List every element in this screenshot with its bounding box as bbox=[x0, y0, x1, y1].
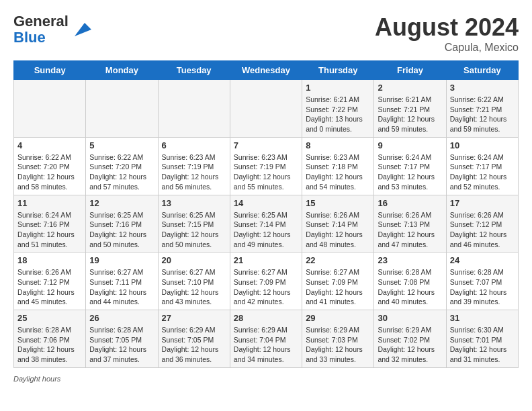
day-cell: 10Sunrise: 6:24 AMSunset: 7:17 PMDayligh… bbox=[446, 137, 518, 195]
day-cell: 31Sunrise: 6:30 AMSunset: 7:01 PMDayligh… bbox=[446, 310, 518, 368]
day-number: 18 bbox=[17, 255, 82, 265]
calendar-table: SundayMondayTuesdayWednesdayThursdayFrid… bbox=[13, 60, 519, 368]
day-cell: 3Sunrise: 6:22 AMSunset: 7:21 PMDaylight… bbox=[446, 80, 518, 138]
day-cell: 17Sunrise: 6:26 AMSunset: 7:12 PMDayligh… bbox=[446, 195, 518, 253]
day-info: Sunrise: 6:29 AMSunset: 7:02 PMDaylight:… bbox=[378, 325, 442, 365]
footer-note: Daylight hours bbox=[13, 375, 60, 383]
day-cell: 30Sunrise: 6:29 AMSunset: 7:02 PMDayligh… bbox=[374, 310, 446, 368]
header-cell-wednesday: Wednesday bbox=[230, 61, 302, 80]
day-cell: 19Sunrise: 6:27 AMSunset: 7:11 PMDayligh… bbox=[86, 253, 158, 310]
day-number: 26 bbox=[89, 313, 154, 323]
day-info: Sunrise: 6:27 AMSunset: 7:09 PMDaylight:… bbox=[306, 267, 370, 307]
day-cell: 1Sunrise: 6:21 AMSunset: 7:22 PMDaylight… bbox=[302, 80, 374, 138]
header-cell-sunday: Sunday bbox=[14, 61, 86, 80]
day-info: Sunrise: 6:29 AMSunset: 7:05 PMDaylight:… bbox=[162, 325, 226, 365]
day-info: Sunrise: 6:29 AMSunset: 7:04 PMDaylight:… bbox=[234, 325, 298, 365]
day-cell: 6Sunrise: 6:23 AMSunset: 7:19 PMDaylight… bbox=[158, 137, 230, 195]
day-cell: 26Sunrise: 6:28 AMSunset: 7:05 PMDayligh… bbox=[86, 310, 158, 368]
day-cell: 11Sunrise: 6:24 AMSunset: 7:16 PMDayligh… bbox=[14, 195, 86, 253]
day-number: 5 bbox=[89, 140, 154, 150]
day-number: 25 bbox=[17, 313, 82, 323]
day-number: 30 bbox=[378, 313, 442, 323]
day-info: Sunrise: 6:26 AMSunset: 7:14 PMDaylight:… bbox=[306, 210, 370, 250]
calendar-body: 1Sunrise: 6:21 AMSunset: 7:22 PMDaylight… bbox=[14, 80, 519, 368]
day-info: Sunrise: 6:24 AMSunset: 7:16 PMDaylight:… bbox=[17, 210, 82, 250]
day-number: 20 bbox=[162, 255, 226, 265]
day-number: 27 bbox=[162, 313, 226, 323]
day-info: Sunrise: 6:23 AMSunset: 7:18 PMDaylight:… bbox=[306, 152, 370, 192]
day-cell: 22Sunrise: 6:27 AMSunset: 7:09 PMDayligh… bbox=[302, 253, 374, 310]
day-info: Sunrise: 6:30 AMSunset: 7:01 PMDaylight:… bbox=[450, 325, 515, 365]
day-info: Sunrise: 6:27 AMSunset: 7:09 PMDaylight:… bbox=[234, 267, 298, 307]
day-cell: 5Sunrise: 6:22 AMSunset: 7:20 PMDaylight… bbox=[86, 137, 158, 195]
day-cell: 28Sunrise: 6:29 AMSunset: 7:04 PMDayligh… bbox=[230, 310, 302, 368]
day-cell: 2Sunrise: 6:21 AMSunset: 7:21 PMDaylight… bbox=[374, 80, 446, 138]
day-info: Sunrise: 6:21 AMSunset: 7:22 PMDaylight:… bbox=[306, 95, 370, 134]
week-row-5: 25Sunrise: 6:28 AMSunset: 7:06 PMDayligh… bbox=[14, 310, 519, 368]
day-number: 16 bbox=[378, 198, 442, 208]
day-cell: 14Sunrise: 6:25 AMSunset: 7:14 PMDayligh… bbox=[230, 195, 302, 253]
day-number: 14 bbox=[234, 198, 298, 208]
day-cell: 27Sunrise: 6:29 AMSunset: 7:05 PMDayligh… bbox=[158, 310, 230, 368]
week-row-3: 11Sunrise: 6:24 AMSunset: 7:16 PMDayligh… bbox=[14, 195, 519, 253]
day-info: Sunrise: 6:29 AMSunset: 7:03 PMDaylight:… bbox=[306, 325, 370, 365]
week-row-4: 18Sunrise: 6:26 AMSunset: 7:12 PMDayligh… bbox=[14, 253, 519, 310]
day-number: 9 bbox=[378, 140, 442, 150]
header-cell-tuesday: Tuesday bbox=[158, 61, 230, 80]
day-number: 8 bbox=[306, 140, 370, 150]
day-cell: 20Sunrise: 6:27 AMSunset: 7:10 PMDayligh… bbox=[158, 253, 230, 310]
day-info: Sunrise: 6:28 AMSunset: 7:07 PMDaylight:… bbox=[450, 267, 515, 307]
day-number: 19 bbox=[89, 255, 154, 265]
day-number: 24 bbox=[450, 255, 515, 265]
day-number: 21 bbox=[234, 255, 298, 265]
day-info: Sunrise: 6:25 AMSunset: 7:16 PMDaylight:… bbox=[89, 210, 154, 250]
day-number: 10 bbox=[450, 140, 515, 150]
day-info: Sunrise: 6:27 AMSunset: 7:11 PMDaylight:… bbox=[89, 267, 154, 307]
day-cell bbox=[230, 80, 302, 138]
day-info: Sunrise: 6:27 AMSunset: 7:10 PMDaylight:… bbox=[162, 267, 226, 307]
day-info: Sunrise: 6:28 AMSunset: 7:06 PMDaylight:… bbox=[17, 325, 82, 365]
week-row-2: 4Sunrise: 6:22 AMSunset: 7:20 PMDaylight… bbox=[14, 137, 519, 195]
day-number: 23 bbox=[378, 255, 442, 265]
day-info: Sunrise: 6:22 AMSunset: 7:20 PMDaylight:… bbox=[89, 152, 154, 192]
day-cell bbox=[158, 80, 230, 138]
day-number: 12 bbox=[89, 198, 154, 208]
day-cell: 7Sunrise: 6:23 AMSunset: 7:19 PMDaylight… bbox=[230, 137, 302, 195]
day-number: 4 bbox=[17, 140, 82, 150]
header-cell-monday: Monday bbox=[86, 61, 158, 80]
day-info: Sunrise: 6:26 AMSunset: 7:12 PMDaylight:… bbox=[17, 267, 82, 307]
day-cell: 25Sunrise: 6:28 AMSunset: 7:06 PMDayligh… bbox=[14, 310, 86, 368]
day-cell: 29Sunrise: 6:29 AMSunset: 7:03 PMDayligh… bbox=[302, 310, 374, 368]
day-number: 13 bbox=[162, 198, 226, 208]
day-info: Sunrise: 6:28 AMSunset: 7:08 PMDaylight:… bbox=[378, 267, 442, 307]
title-block: August 2024 Capula, Mexico bbox=[375, 13, 519, 54]
day-cell: 12Sunrise: 6:25 AMSunset: 7:16 PMDayligh… bbox=[86, 195, 158, 253]
day-number: 6 bbox=[162, 140, 226, 150]
day-info: Sunrise: 6:26 AMSunset: 7:12 PMDaylight:… bbox=[450, 210, 515, 250]
day-number: 22 bbox=[306, 255, 370, 265]
calendar-header: SundayMondayTuesdayWednesdayThursdayFrid… bbox=[14, 61, 519, 80]
day-cell: 9Sunrise: 6:24 AMSunset: 7:17 PMDaylight… bbox=[374, 137, 446, 195]
logo-blue: Blue bbox=[13, 29, 46, 46]
day-info: Sunrise: 6:22 AMSunset: 7:21 PMDaylight:… bbox=[450, 95, 515, 134]
day-number: 3 bbox=[450, 83, 515, 93]
header-cell-friday: Friday bbox=[374, 61, 446, 80]
footer: Daylight hours bbox=[13, 375, 519, 383]
day-info: Sunrise: 6:23 AMSunset: 7:19 PMDaylight:… bbox=[234, 152, 298, 192]
day-cell: 16Sunrise: 6:26 AMSunset: 7:13 PMDayligh… bbox=[374, 195, 446, 253]
day-info: Sunrise: 6:23 AMSunset: 7:19 PMDaylight:… bbox=[162, 152, 226, 192]
day-cell: 8Sunrise: 6:23 AMSunset: 7:18 PMDaylight… bbox=[302, 137, 374, 195]
week-row-1: 1Sunrise: 6:21 AMSunset: 7:22 PMDaylight… bbox=[14, 80, 519, 138]
day-number: 17 bbox=[450, 198, 515, 208]
logo-text: General Blue bbox=[13, 13, 69, 46]
logo: General Blue bbox=[13, 13, 91, 46]
day-cell: 18Sunrise: 6:26 AMSunset: 7:12 PMDayligh… bbox=[14, 253, 86, 310]
day-number: 1 bbox=[306, 83, 370, 93]
day-info: Sunrise: 6:25 AMSunset: 7:14 PMDaylight:… bbox=[234, 210, 298, 250]
day-info: Sunrise: 6:24 AMSunset: 7:17 PMDaylight:… bbox=[378, 152, 442, 192]
day-info: Sunrise: 6:22 AMSunset: 7:20 PMDaylight:… bbox=[17, 152, 82, 192]
day-number: 2 bbox=[378, 83, 442, 93]
day-cell: 4Sunrise: 6:22 AMSunset: 7:20 PMDaylight… bbox=[14, 137, 86, 195]
month-year: August 2024 bbox=[375, 13, 519, 42]
day-cell: 15Sunrise: 6:26 AMSunset: 7:14 PMDayligh… bbox=[302, 195, 374, 253]
